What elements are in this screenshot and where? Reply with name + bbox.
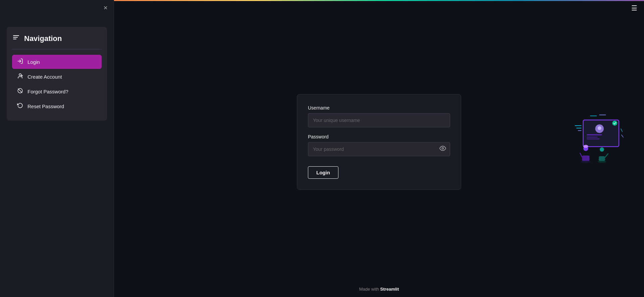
sidebar-item-reset-password-label: Reset Password [28, 103, 64, 109]
sidebar-item-forgot-password-label: Forgot Password? [28, 89, 68, 94]
nav-title-text: Navigation [24, 34, 62, 43]
navigation-card: Navigation Login [7, 27, 107, 121]
login-button[interactable]: Login [308, 166, 338, 179]
svg-line-31 [605, 154, 608, 158]
footer-text: Made with [359, 287, 380, 292]
password-label: Password [308, 134, 450, 139]
svg-line-24 [622, 135, 623, 137]
nav-title-icon [12, 34, 20, 44]
reset-password-icon [17, 102, 23, 110]
svg-point-4 [19, 74, 21, 76]
sidebar-item-forgot-password[interactable]: Forgot Password? [12, 84, 102, 98]
illustration [557, 112, 624, 173]
svg-point-33 [598, 161, 606, 163]
username-label: Username [308, 105, 450, 111]
svg-rect-1 [13, 37, 18, 38]
footer: Made with Streamlit [114, 287, 644, 292]
password-wrapper [308, 142, 450, 156]
svg-point-32 [581, 161, 591, 163]
svg-line-27 [580, 153, 582, 157]
svg-point-28 [583, 145, 588, 148]
sidebar-close-button[interactable]: ✕ [103, 5, 108, 11]
main-content: Username Password Login [114, 0, 644, 297]
password-input[interactable] [308, 142, 450, 156]
nav-title-row: Navigation [12, 34, 102, 49]
svg-point-9 [442, 147, 444, 149]
svg-rect-16 [587, 138, 599, 139]
login-icon [17, 58, 23, 66]
svg-point-29 [600, 147, 604, 152]
forgot-password-icon [17, 88, 23, 95]
footer-brand: Streamlit [380, 287, 399, 292]
sidebar: ✕ Navigation Login [0, 0, 114, 297]
toggle-password-icon[interactable] [439, 145, 446, 153]
svg-rect-14 [587, 134, 602, 135]
svg-rect-2 [13, 39, 16, 39]
svg-rect-0 [13, 35, 19, 36]
sidebar-item-reset-password[interactable]: Reset Password [12, 99, 102, 113]
svg-rect-30 [599, 156, 605, 161]
svg-rect-26 [582, 156, 589, 161]
sidebar-item-login-label: Login [28, 59, 40, 65]
sidebar-item-create-account-label: Create Account [28, 74, 62, 80]
svg-line-8 [18, 89, 22, 93]
username-group: Username [308, 105, 450, 127]
sidebar-item-create-account[interactable]: Create Account [12, 70, 102, 84]
login-card: Username Password Login [297, 94, 461, 190]
create-account-icon [17, 73, 23, 80]
svg-rect-15 [587, 137, 598, 138]
password-group: Password [308, 134, 450, 156]
sidebar-item-login[interactable]: Login [12, 55, 102, 69]
svg-line-23 [621, 129, 623, 132]
username-input[interactable] [308, 113, 450, 127]
svg-point-17 [612, 121, 617, 126]
svg-point-13 [598, 126, 601, 130]
